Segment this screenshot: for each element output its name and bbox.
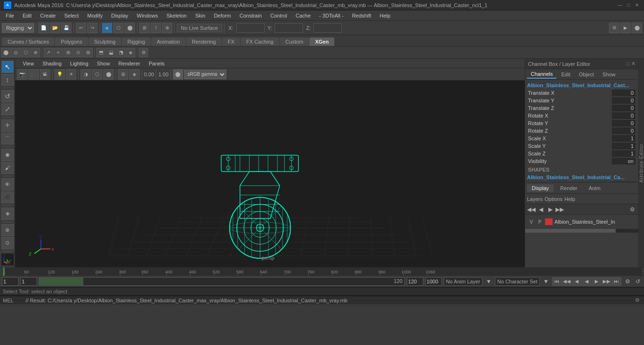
paint-skin-btn[interactable]: 🖌 — [1, 162, 14, 174]
vp-iso-btn[interactable]: ◈ — [129, 69, 140, 80]
vp-cam-btn[interactable]: 📷 — [17, 69, 27, 80]
go-end-btn[interactable]: ⏭ — [612, 277, 621, 286]
paint-btn[interactable]: ⬤ — [125, 23, 135, 33]
prev-frame-btn[interactable]: ◀ — [572, 277, 581, 286]
menu-item-redshift[interactable]: Redshift — [348, 12, 375, 19]
maximize-button[interactable]: □ — [625, 2, 632, 9]
menu-item-control[interactable]: Control — [267, 12, 291, 19]
channel-value[interactable]: 0 — [612, 112, 635, 119]
end-frame-input[interactable] — [407, 277, 423, 286]
tab-sculpting[interactable]: Sculpting — [89, 37, 121, 46]
tab-fx[interactable]: FX — [222, 37, 240, 46]
scale-tool-btn[interactable]: ⤢ — [1, 103, 14, 116]
cb-tab-show[interactable]: Show — [599, 71, 619, 78]
close-button[interactable]: ✕ — [634, 2, 640, 9]
step-back-btn[interactable]: ◀◀ — [562, 277, 572, 286]
minimize-button[interactable]: — — [617, 2, 623, 9]
move-tool-btn[interactable]: ↕ — [1, 74, 14, 86]
go-start-btn[interactable]: ⏮ — [552, 277, 562, 286]
channel-row[interactable]: Visibilityon — [527, 157, 636, 165]
sub-btn-3[interactable]: ⬡ — [21, 48, 30, 57]
layer-next-btn[interactable]: ▶ — [546, 205, 555, 214]
tab-rendering[interactable]: Rendering — [186, 37, 222, 46]
tab-polygons[interactable]: Polygons — [55, 37, 88, 46]
snap-curve-btn[interactable]: ⌇ — [151, 23, 161, 33]
rotate-tool-btn[interactable]: ↺ — [1, 90, 14, 102]
playback-range-slider[interactable]: 120 — [39, 277, 405, 286]
curve-tool-btn[interactable]: ⌒ — [1, 133, 14, 145]
menu-item-skin[interactable]: Skin — [191, 12, 209, 19]
sub-btn-12[interactable]: ⬔ — [116, 48, 125, 57]
sub-btn-4[interactable]: ⊕ — [31, 48, 40, 57]
layer-scroll-thumb[interactable] — [525, 229, 616, 233]
snap-point-btn[interactable]: ⊕ — [162, 23, 172, 33]
channel-value[interactable]: 0 — [612, 120, 635, 127]
channel-row[interactable]: Scale Y1 — [527, 142, 636, 150]
mode-select[interactable]: Rigging — [2, 23, 34, 33]
channel-value[interactable]: 0 — [612, 127, 635, 134]
channel-value[interactable]: on — [612, 158, 635, 164]
vp-menu-lighting[interactable]: Lighting — [66, 60, 92, 67]
start-frame-input[interactable] — [2, 277, 18, 286]
current-frame-input[interactable] — [20, 277, 37, 286]
vp-menu-panels[interactable]: Panels — [145, 60, 169, 67]
sub-btn-5[interactable]: ↗ — [44, 48, 53, 57]
menu-item-select[interactable]: Select — [61, 12, 83, 19]
menu-item-cache[interactable]: Cache — [292, 12, 314, 19]
menu-item-deform[interactable]: Deform — [210, 12, 235, 19]
show-hide-btn[interactable]: 👁 — [1, 178, 14, 191]
channel-row[interactable]: Rotate X0 — [527, 112, 636, 119]
range-handle[interactable] — [39, 278, 83, 285]
vp-menu-renderer[interactable]: Renderer — [115, 60, 144, 67]
render-btn[interactable]: ▶ — [620, 23, 631, 33]
menu-item-windows[interactable]: Windows — [133, 12, 162, 19]
tab-curves---surfaces[interactable]: Curves / Surfaces — [2, 37, 54, 46]
vp-shade-btn[interactable]: ◑ — [80, 69, 91, 80]
tab-fx-caching[interactable]: FX Caching — [241, 37, 279, 46]
snap-grid-btn[interactable]: ⊞ — [139, 23, 150, 33]
channel-value[interactable]: 1 — [612, 150, 635, 157]
sub-btn-8[interactable]: ⊙ — [73, 48, 83, 57]
z-input[interactable] — [313, 23, 342, 33]
layer-color-swatch[interactable] — [545, 218, 553, 225]
soft-sel-btn[interactable]: ⊙ — [1, 237, 14, 249]
sub-btn-14[interactable]: ⚙ — [139, 48, 148, 57]
y-input[interactable] — [275, 23, 303, 33]
sub-btn-11[interactable]: ⬓ — [106, 48, 116, 57]
status-icon-1[interactable]: ⚙ — [634, 297, 641, 304]
render-settings-btn[interactable]: ⚙ — [609, 23, 619, 33]
char-set-dropdown[interactable]: ▼ — [542, 277, 550, 286]
vp-wire-btn[interactable]: ⬡ — [92, 69, 102, 80]
sub-btn-10[interactable]: ⬒ — [96, 48, 106, 57]
channel-row[interactable]: Translate X0 — [527, 89, 636, 97]
attribute-editor-tab[interactable]: Attribute Editor — [639, 140, 644, 186]
settings-icon-btn[interactable]: ⚙ — [623, 277, 632, 286]
end-frame2-input[interactable] — [425, 277, 442, 286]
vp-light-btn[interactable]: 💡 — [54, 69, 65, 80]
select-tool-btn[interactable]: ↖ — [1, 61, 14, 73]
channel-row[interactable]: Scale Z1 — [527, 150, 636, 157]
step-fwd-btn[interactable]: ▶▶ — [602, 277, 611, 286]
ipr-btn[interactable]: ⬤ — [632, 23, 642, 33]
play-back-btn[interactable]: ◀ — [582, 277, 591, 286]
layer-vis-toggle[interactable]: V — [528, 218, 535, 225]
menu-item-skeleton[interactable]: Skeleton — [162, 12, 190, 19]
select-btn[interactable]: ◈ — [102, 23, 112, 33]
menu-item-constrain[interactable]: Constrain — [236, 12, 266, 19]
menu-item-display[interactable]: Display — [107, 12, 132, 19]
snap-to-btn[interactable]: ⊕ — [1, 224, 14, 236]
sub-btn-2[interactable]: ◎ — [11, 48, 20, 57]
channel-row[interactable]: Translate Z0 — [527, 104, 636, 112]
layer-tab-display[interactable]: Display — [527, 184, 554, 192]
transform-tool-btn[interactable]: ✛ — [1, 119, 14, 132]
menu-item----dtoall--[interactable]: - 3DToAll - — [315, 12, 347, 19]
play-fwd-btn[interactable]: ▶ — [592, 277, 601, 286]
menu-item-file[interactable]: File — [2, 12, 18, 19]
save-scene-btn[interactable]: 💾 — [61, 23, 72, 33]
vp-menu-view[interactable]: View — [19, 60, 38, 67]
channel-row[interactable]: Translate Y0 — [527, 97, 636, 104]
gamma-select[interactable]: sRGB gamma — [184, 70, 226, 79]
timeline-ruler[interactable]: 1 60 120 180 240 300 350 400 460 520 580… — [2, 267, 642, 276]
layer-forward-btn[interactable]: ▶▶ — [555, 205, 564, 214]
sub-btn-6[interactable]: ⌖ — [54, 48, 63, 57]
